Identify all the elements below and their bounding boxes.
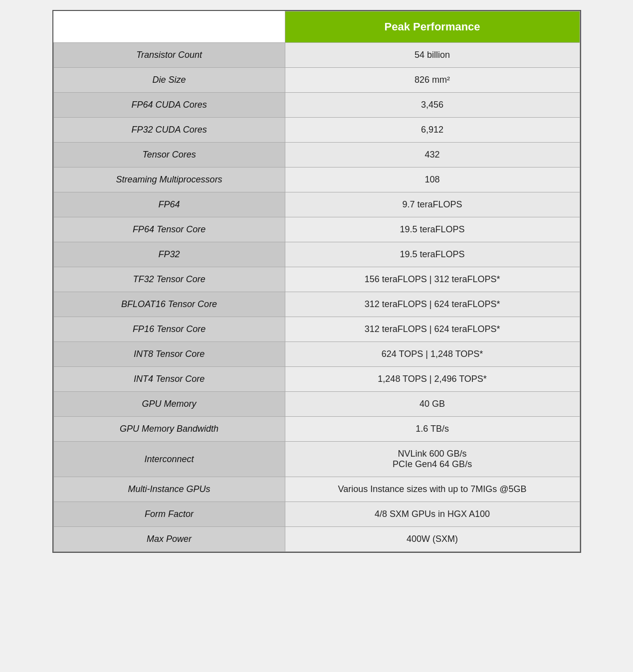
spec-table: Peak Performance Transistor Count54 bill… bbox=[53, 11, 580, 552]
spec-value: 432 bbox=[285, 143, 580, 168]
spec-value: 312 teraFLOPS | 624 teraFLOPS* bbox=[285, 292, 580, 317]
spec-value: 3,456 bbox=[285, 93, 580, 118]
spec-table-wrapper: Peak Performance Transistor Count54 bill… bbox=[52, 10, 581, 553]
spec-label: Interconnect bbox=[53, 442, 285, 477]
spec-label: Die Size bbox=[53, 68, 285, 93]
spec-label: Multi-Instance GPUs bbox=[53, 477, 285, 502]
table-row: Tensor Cores432 bbox=[53, 143, 580, 168]
table-row: GPU Memory40 GB bbox=[53, 392, 580, 417]
spec-label: INT4 Tensor Core bbox=[53, 367, 285, 392]
table-row: Die Size826 mm² bbox=[53, 68, 580, 93]
spec-label: Tensor Cores bbox=[53, 143, 285, 168]
spec-label: FP16 Tensor Core bbox=[53, 317, 285, 342]
spec-label: Transistor Count bbox=[53, 43, 285, 68]
table-row: INT8 Tensor Core624 TOPS | 1,248 TOPS* bbox=[53, 342, 580, 367]
header-col2: Peak Performance bbox=[285, 11, 580, 43]
spec-value: 108 bbox=[285, 168, 580, 192]
table-row: FP649.7 teraFLOPS bbox=[53, 192, 580, 217]
spec-value: 6,912 bbox=[285, 118, 580, 143]
table-row: Streaming Multiprocessors108 bbox=[53, 168, 580, 192]
spec-label: TF32 Tensor Core bbox=[53, 267, 285, 292]
table-row: Form Factor4/8 SXM GPUs in HGX A100 bbox=[53, 502, 580, 527]
spec-label: FP32 bbox=[53, 242, 285, 267]
spec-value: 624 TOPS | 1,248 TOPS* bbox=[285, 342, 580, 367]
spec-value: 54 billion bbox=[285, 43, 580, 68]
table-row: InterconnectNVLink 600 GB/sPCIe Gen4 64 … bbox=[53, 442, 580, 477]
spec-label: GPU Memory bbox=[53, 392, 285, 417]
spec-value: 4/8 SXM GPUs in HGX A100 bbox=[285, 502, 580, 527]
spec-value: 1.6 TB/s bbox=[285, 417, 580, 442]
spec-label: Max Power bbox=[53, 527, 285, 552]
spec-label: Form Factor bbox=[53, 502, 285, 527]
spec-label: FP64 Tensor Core bbox=[53, 217, 285, 242]
spec-value: 19.5 teraFLOPS bbox=[285, 217, 580, 242]
spec-value: 826 mm² bbox=[285, 68, 580, 93]
spec-label: GPU Memory Bandwidth bbox=[53, 417, 285, 442]
spec-value: 156 teraFLOPS | 312 teraFLOPS* bbox=[285, 267, 580, 292]
header-col1 bbox=[53, 11, 285, 43]
table-row: INT4 Tensor Core1,248 TOPS | 2,496 TOPS* bbox=[53, 367, 580, 392]
table-row: Transistor Count54 billion bbox=[53, 43, 580, 68]
table-row: FP16 Tensor Core312 teraFLOPS | 624 tera… bbox=[53, 317, 580, 342]
table-row: Max Power400W (SXM) bbox=[53, 527, 580, 552]
table-row: FP3219.5 teraFLOPS bbox=[53, 242, 580, 267]
spec-value: 312 teraFLOPS | 624 teraFLOPS* bbox=[285, 317, 580, 342]
table-row: FP64 Tensor Core19.5 teraFLOPS bbox=[53, 217, 580, 242]
table-row: BFLOAT16 Tensor Core312 teraFLOPS | 624 … bbox=[53, 292, 580, 317]
spec-value: Various Instance sizes with up to 7MIGs … bbox=[285, 477, 580, 502]
table-row: GPU Memory Bandwidth1.6 TB/s bbox=[53, 417, 580, 442]
table-row: FP32 CUDA Cores6,912 bbox=[53, 118, 580, 143]
spec-label: FP32 CUDA Cores bbox=[53, 118, 285, 143]
spec-label: INT8 Tensor Core bbox=[53, 342, 285, 367]
table-row: Multi-Instance GPUsVarious Instance size… bbox=[53, 477, 580, 502]
spec-label: BFLOAT16 Tensor Core bbox=[53, 292, 285, 317]
table-row: TF32 Tensor Core156 teraFLOPS | 312 tera… bbox=[53, 267, 580, 292]
spec-label: FP64 CUDA Cores bbox=[53, 93, 285, 118]
spec-value: 19.5 teraFLOPS bbox=[285, 242, 580, 267]
spec-value: 9.7 teraFLOPS bbox=[285, 192, 580, 217]
table-row: FP64 CUDA Cores3,456 bbox=[53, 93, 580, 118]
spec-value: 1,248 TOPS | 2,496 TOPS* bbox=[285, 367, 580, 392]
spec-value: 400W (SXM) bbox=[285, 527, 580, 552]
spec-label: Streaming Multiprocessors bbox=[53, 168, 285, 192]
spec-value: NVLink 600 GB/sPCIe Gen4 64 GB/s bbox=[285, 442, 580, 477]
spec-label: FP64 bbox=[53, 192, 285, 217]
spec-value: 40 GB bbox=[285, 392, 580, 417]
